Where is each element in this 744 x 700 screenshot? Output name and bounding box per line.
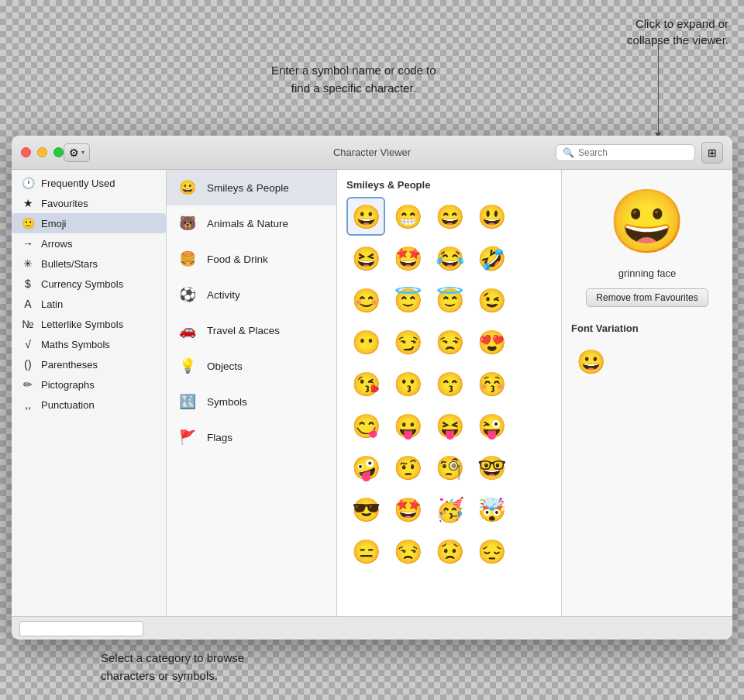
emoji-cell[interactable]: 😎 [346, 490, 385, 529]
emoji-cell[interactable]: 😝 [430, 406, 469, 445]
sidebar-item-pictographs[interactable]: ✏ Pictographs [12, 374, 166, 395]
sidebar-item-favourites[interactable]: ★ Favourites [12, 193, 166, 213]
tooltip-arrow-line [658, 40, 659, 133]
sidebar-label-emoji: Emoji [41, 218, 67, 229]
emoji-cell[interactable]: 😄 [430, 197, 469, 236]
emoji-cell[interactable]: 😶 [346, 322, 385, 361]
emoji-cell[interactable]: 😇 [430, 281, 469, 319]
emoji-cell[interactable]: 😂 [430, 239, 469, 278]
sidebar: 🕐 Frequently Used ★ Favourites 🙂 Emoji →… [12, 170, 167, 616]
tooltip-expand: Click to expand or collapse the viewer. [627, 16, 728, 48]
emoji-cell[interactable]: 😟 [430, 532, 469, 571]
category-label-objects: Objects [207, 360, 243, 372]
sidebar-icon-letterlike-symbols: № [21, 318, 35, 330]
emoji-cell[interactable]: 😆 [346, 239, 385, 278]
category-item-animals-nature[interactable]: 🐻 Animals & Nature [167, 205, 336, 241]
emoji-cell[interactable]: 😜 [472, 406, 511, 445]
expand-grid-icon: ⊞ [708, 147, 717, 159]
emoji-cell[interactable]: 🧐 [430, 448, 469, 487]
emoji-cell[interactable]: 🤣 [472, 239, 511, 278]
gear-chevron-icon: ▾ [81, 149, 84, 156]
category-item-symbols[interactable]: 🔣 Symbols [167, 384, 336, 419]
content-area: 🕐 Frequently Used ★ Favourites 🙂 Emoji →… [12, 170, 732, 616]
search-box[interactable]: 🔍 [556, 144, 695, 161]
maximize-button[interactable] [53, 147, 64, 157]
gear-icon: ⚙ [69, 147, 79, 159]
emoji-cell[interactable]: 😒 [388, 532, 427, 571]
sidebar-icon-favourites: ★ [21, 197, 35, 209]
emoji-cell[interactable]: 😛 [388, 406, 427, 445]
sidebar-item-emoji[interactable]: 🙂 Emoji [12, 213, 166, 233]
category-panel: 😀 Smileys & People 🐻 Animals & Nature 🍔 … [167, 170, 337, 616]
category-item-travel-places[interactable]: 🚗 Travel & Places [167, 312, 336, 348]
sidebar-icon-latin: A [21, 298, 35, 310]
emoji-cell[interactable]: 🤪 [346, 448, 385, 487]
emoji-cell[interactable]: 😁 [388, 197, 427, 236]
sidebar-icon-arrows: → [21, 237, 35, 250]
font-var-cell[interactable]: 😀 [571, 342, 610, 381]
titlebar-right: 🔍 ⊞ [556, 142, 723, 164]
sidebar-item-latin[interactable]: A Latin [12, 294, 166, 314]
emoji-cell[interactable]: 😉 [472, 281, 511, 319]
emoji-cell[interactable]: 🤩 [388, 490, 427, 529]
close-button[interactable] [21, 147, 31, 157]
emoji-cell[interactable]: 😗 [388, 364, 427, 403]
category-item-flags[interactable]: 🚩 Flags [167, 419, 336, 455]
emoji-cell[interactable]: 😙 [430, 364, 469, 403]
minimize-button[interactable] [37, 147, 47, 157]
emoji-cell[interactable]: 😃 [472, 197, 511, 236]
emoji-cell[interactable]: 😑 [346, 532, 385, 571]
emoji-cell[interactable]: 🤯 [472, 490, 511, 529]
category-item-activity[interactable]: ⚽ Activity [167, 277, 336, 312]
emoji-cell[interactable]: 😋 [346, 406, 385, 445]
gear-button[interactable]: ⚙ ▾ [64, 143, 90, 162]
sidebar-item-punctuation[interactable]: ,, Punctuation [12, 395, 166, 415]
emoji-grid: 😀😁😄😃😆🤩😂🤣😊😇😇😉😶😏😒😍😘😗😙😚😋😛😝😜🤪🤨🧐🤓😎🤩🥳🤯😑😒😟😔 [346, 197, 552, 571]
expand-button[interactable]: ⊞ [701, 142, 723, 164]
category-item-food-drink[interactable]: 🍔 Food & Drink [167, 241, 336, 277]
category-label-travel-places: Travel & Places [207, 325, 280, 336]
window-bottom [12, 616, 732, 640]
detail-emoji: 😀 [608, 185, 686, 258]
sidebar-label-frequently-used: Frequently Used [41, 178, 115, 189]
emoji-cell[interactable]: 😘 [346, 364, 385, 403]
category-item-objects[interactable]: 💡 Objects [167, 348, 336, 384]
sidebar-item-bullets-stars[interactable]: ✳ Bullets/Stars [12, 253, 166, 274]
window-title: Character Viewer [333, 147, 411, 158]
category-icon-animals-nature: 🐻 [177, 213, 198, 233]
sidebar-item-parentheses[interactable]: () Parentheses [12, 354, 166, 374]
emoji-cell[interactable]: 🥳 [430, 490, 469, 529]
sidebar-item-currency-symbols[interactable]: $ Currency Symbols [12, 274, 166, 294]
sidebar-item-frequently-used[interactable]: 🕐 Frequently Used [12, 173, 166, 193]
emoji-cell[interactable]: 😏 [388, 322, 427, 361]
emoji-cell[interactable]: 😔 [472, 532, 511, 571]
sidebar-label-parentheses: Parentheses [41, 359, 98, 371]
sidebar-item-maths-symbols[interactable]: √ Maths Symbols [12, 334, 166, 354]
category-item-smileys-people[interactable]: 😀 Smileys & People [167, 170, 336, 205]
detail-panel: 😀 grinning face Remove from Favourites F… [562, 170, 732, 616]
sidebar-item-letterlike-symbols[interactable]: № Letterlike Symbols [12, 314, 166, 334]
category-label-food-drink: Food & Drink [207, 253, 268, 265]
sidebar-item-arrows[interactable]: → Arrows [12, 233, 166, 253]
sidebar-label-maths-symbols: Maths Symbols [41, 339, 110, 350]
emoji-cell[interactable]: 🤨 [388, 448, 427, 487]
bottom-input[interactable] [19, 621, 143, 636]
search-input[interactable] [578, 147, 687, 158]
sidebar-label-currency-symbols: Currency Symbols [41, 278, 123, 290]
sidebar-icon-maths-symbols: √ [21, 338, 35, 350]
category-label-symbols: Symbols [207, 396, 247, 408]
traffic-lights [21, 147, 64, 157]
emoji-cell[interactable]: 🤩 [388, 239, 427, 278]
remove-from-favourites-button[interactable]: Remove from Favourites [586, 288, 708, 307]
sidebar-label-favourites: Favourites [41, 198, 88, 209]
sidebar-icon-parentheses: () [21, 358, 35, 371]
emoji-cell[interactable]: 🤓 [472, 448, 511, 487]
emoji-cell[interactable]: 😇 [388, 281, 427, 319]
emoji-cell[interactable]: 😀 [346, 197, 385, 236]
emoji-cell[interactable]: 😍 [472, 322, 511, 361]
emoji-cell[interactable]: 😊 [346, 281, 385, 319]
emoji-cell[interactable]: 😚 [472, 364, 511, 403]
emoji-cell[interactable]: 😒 [430, 322, 469, 361]
font-variation-grid: 😀 [571, 342, 694, 381]
sidebar-icon-frequently-used: 🕐 [21, 177, 35, 189]
